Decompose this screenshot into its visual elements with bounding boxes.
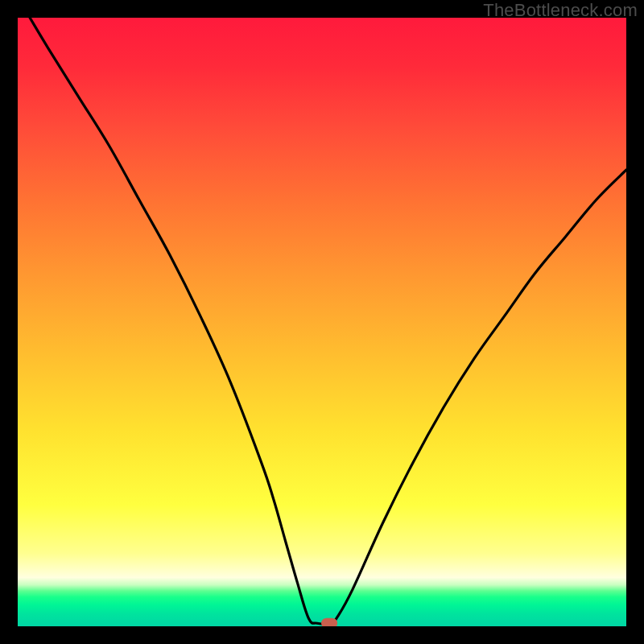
bottleneck-curve — [30, 18, 626, 624]
minimum-marker — [321, 618, 337, 626]
plot-area — [18, 18, 626, 626]
chart-svg — [18, 18, 626, 626]
chart-frame: TheBottleneck.com — [0, 0, 644, 644]
watermark-text: TheBottleneck.com — [483, 0, 638, 21]
